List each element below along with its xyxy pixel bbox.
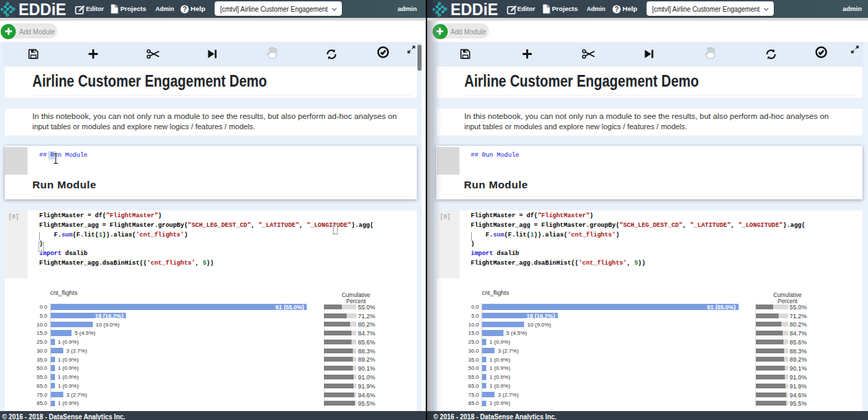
svg-text:?: ?: [182, 5, 186, 12]
svg-text:?: ?: [614, 5, 618, 12]
